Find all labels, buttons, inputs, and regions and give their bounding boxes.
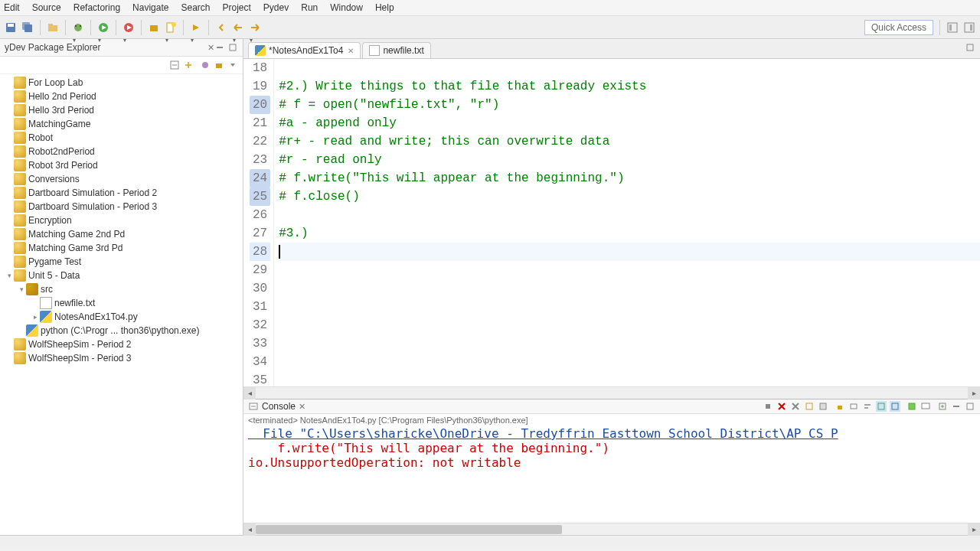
pin-console-icon[interactable]: [818, 401, 828, 412]
menu-source[interactable]: Source: [32, 2, 61, 13]
project-tree[interactable]: For Loop LabHello 2nd PeriodHello 3rd Pe…: [0, 74, 243, 535]
quick-access-field[interactable]: Quick Access: [864, 20, 933, 35]
editor-hscrollbar[interactable]: ◂ ▸: [243, 386, 980, 399]
remove-all-icon[interactable]: [790, 401, 801, 412]
main-area: yDev Package Explorer ✕ For Loop LabHell…: [0, 39, 980, 535]
svg-rect-20: [970, 24, 972, 31]
collapse-all-icon[interactable]: [169, 60, 180, 70]
remove-launch-icon[interactable]: [776, 401, 787, 412]
package-explorer-header: yDev Package Explorer ✕: [0, 39, 243, 57]
new-console-icon[interactable]: [906, 401, 917, 412]
tree-item-label: For Loop Lab: [28, 77, 83, 88]
tree-item[interactable]: Conversions: [3, 172, 240, 186]
menu-project[interactable]: Project: [223, 2, 251, 13]
code-body[interactable]: #2.) Write things to that file that alre…: [274, 59, 980, 386]
scroll-left-icon[interactable]: ◂: [243, 387, 256, 399]
close-explorer-icon[interactable]: ✕: [207, 43, 214, 53]
console-view-b-icon[interactable]: [890, 401, 900, 412]
close-tab-icon[interactable]: ✕: [348, 47, 354, 55]
menu-window[interactable]: Window: [330, 2, 363, 13]
tree-item[interactable]: MatchingGame: [3, 117, 240, 131]
scroll-right-icon[interactable]: ▸: [968, 387, 980, 399]
save-all-icon[interactable]: [21, 21, 34, 34]
word-wrap-icon[interactable]: [862, 401, 873, 412]
folder-icon: [14, 145, 26, 158]
top-level-icon[interactable]: [214, 60, 224, 70]
tree-item[interactable]: Hello 3rd Period: [3, 103, 240, 117]
tree-item[interactable]: ▾src: [3, 282, 240, 296]
tree-item[interactable]: ▾Unit 5 - Data: [3, 269, 240, 282]
tree-item[interactable]: For Loop Lab: [3, 76, 240, 90]
perspective-toggle-icon[interactable]: [963, 21, 975, 34]
external-tools-icon[interactable]: [122, 21, 135, 34]
tree-item[interactable]: WolfSheepSlm - Period 3: [3, 351, 240, 365]
menu-navigate[interactable]: Navigate: [132, 2, 168, 13]
status-bar: [0, 535, 980, 549]
folder-icon: [14, 104, 26, 116]
tree-item[interactable]: Dartboard Simulation - Period 2: [3, 186, 240, 200]
menu-refactoring[interactable]: Refactoring: [74, 2, 120, 13]
python-file-icon: [255, 45, 266, 56]
forward-arrow-icon[interactable]: [249, 21, 261, 34]
tree-item[interactable]: Matching Game 2nd Pd: [3, 227, 240, 241]
maximize-editor-icon[interactable]: [965, 42, 975, 53]
open-resource-icon[interactable]: [47, 21, 59, 34]
min-console-icon[interactable]: [951, 401, 962, 412]
display-icon[interactable]: [920, 401, 931, 412]
minimize-icon[interactable]: [214, 42, 225, 53]
run-last-icon[interactable]: [190, 21, 202, 34]
back-arrow-icon[interactable]: [232, 21, 244, 34]
console-hscrollbar[interactable]: ◂ ▸: [243, 523, 980, 535]
scroll-left-icon[interactable]: ◂: [243, 523, 256, 536]
tree-item[interactable]: newfile.txt: [3, 296, 240, 310]
max-console-icon[interactable]: [965, 401, 975, 412]
terminate-icon[interactable]: [763, 401, 773, 412]
folder-icon: [14, 256, 26, 268]
console-output[interactable]: File "C:\Users\sharicke\OneDrive - Tredy…: [243, 426, 980, 523]
tree-item[interactable]: Hello 2nd Period: [3, 90, 240, 103]
debug-icon[interactable]: [72, 21, 84, 34]
tree-item[interactable]: Robot 3rd Period: [3, 158, 240, 172]
tree-item[interactable]: WolfSheepSim - Period 2: [3, 337, 240, 351]
view-menu-icon[interactable]: [227, 60, 238, 70]
tree-item[interactable]: Matching Game 3rd Pd: [3, 241, 240, 255]
clear-console-icon[interactable]: [804, 401, 815, 412]
run-icon[interactable]: [97, 21, 109, 34]
tab-notes-file[interactable]: *NotesAndEx1To4 ✕: [248, 42, 361, 58]
tree-item[interactable]: Dartboard Simulation - Period 3: [3, 200, 240, 214]
perspective-pydev-icon[interactable]: [946, 21, 959, 34]
open-console-icon[interactable]: [937, 401, 948, 412]
tab-newfile[interactable]: newfile.txt: [362, 42, 430, 58]
menu-help[interactable]: Help: [375, 2, 394, 13]
tree-item-label: Dartboard Simulation - Period 3: [28, 201, 157, 212]
tree-item[interactable]: Encryption: [3, 214, 240, 227]
close-console-icon[interactable]: ✕: [299, 402, 305, 412]
tree-item[interactable]: ▸NotesAndEx1To4.py: [3, 310, 240, 324]
menu-search[interactable]: Search: [181, 2, 210, 13]
console-title: Console: [262, 401, 296, 412]
tree-item[interactable]: python (C:\Progr ... thon36\python.exe): [3, 324, 240, 337]
tree-item[interactable]: Robot: [3, 131, 240, 145]
filter-icon[interactable]: [200, 60, 211, 70]
menu-pydev[interactable]: Pydev: [263, 2, 289, 13]
console-view-a-icon[interactable]: [876, 401, 887, 412]
scroll-lock-icon[interactable]: [835, 401, 845, 412]
new-package-icon[interactable]: [148, 21, 160, 34]
console-header: Console ✕: [243, 399, 980, 414]
tree-item-label: Robot2ndPeriod: [28, 146, 95, 157]
show-console-icon[interactable]: [848, 401, 859, 412]
back-nav-icon[interactable]: [215, 21, 227, 34]
text-file-icon: [369, 45, 380, 56]
tree-item-label: src: [41, 284, 53, 295]
tree-item[interactable]: Pygame Test: [3, 255, 240, 269]
tree-item[interactable]: Robot2ndPeriod: [3, 145, 240, 158]
link-editor-icon[interactable]: [183, 60, 194, 70]
menu-edit[interactable]: Edit: [4, 2, 20, 13]
save-icon[interactable]: [5, 21, 17, 34]
scroll-right-icon[interactable]: ▸: [968, 523, 980, 536]
code-editor[interactable]: 181920212223242526272829303132333435 #2.…: [243, 59, 980, 386]
menu-run[interactable]: Run: [301, 2, 318, 13]
py-icon: [26, 324, 38, 337]
new-icon[interactable]: [165, 21, 177, 34]
scroll-thumb[interactable]: [256, 525, 562, 534]
